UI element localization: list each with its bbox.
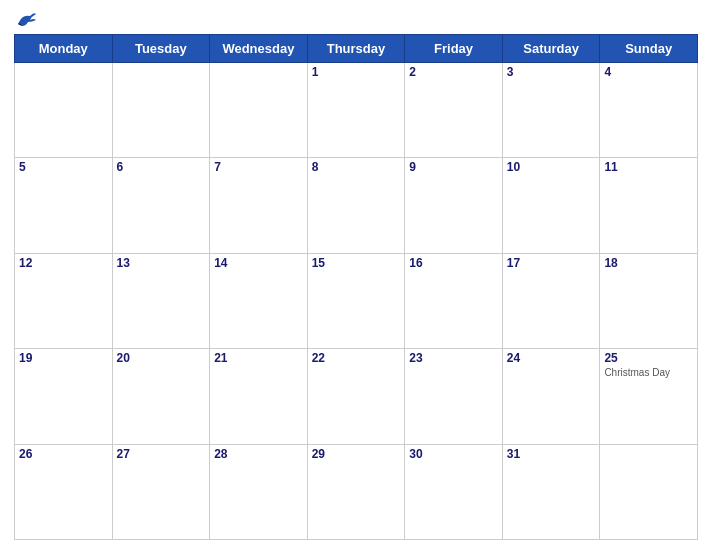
calendar-cell: 17 [502,253,600,348]
day-number: 16 [409,256,498,270]
logo [14,10,38,28]
day-number: 6 [117,160,206,174]
calendar-cell: 28 [210,444,308,539]
weekday-header-row: MondayTuesdayWednesdayThursdayFridaySatu… [15,35,698,63]
calendar-week-row: 567891011 [15,158,698,253]
calendar-cell: 16 [405,253,503,348]
calendar-cell [15,63,113,158]
day-number: 15 [312,256,401,270]
weekday-header-friday: Friday [405,35,503,63]
day-number: 20 [117,351,206,365]
day-number: 5 [19,160,108,174]
weekday-header-monday: Monday [15,35,113,63]
day-number: 1 [312,65,401,79]
calendar-week-row: 1234 [15,63,698,158]
calendar-cell: 11 [600,158,698,253]
calendar-week-row: 12131415161718 [15,253,698,348]
calendar-cell: 19 [15,349,113,444]
calendar-cell: 18 [600,253,698,348]
day-number: 29 [312,447,401,461]
calendar-cell: 23 [405,349,503,444]
calendar-cell: 8 [307,158,405,253]
calendar-cell: 4 [600,63,698,158]
calendar-cell: 27 [112,444,210,539]
calendar-cell: 12 [15,253,113,348]
calendar-cell: 10 [502,158,600,253]
calendar-cell: 14 [210,253,308,348]
day-number: 13 [117,256,206,270]
weekday-header-wednesday: Wednesday [210,35,308,63]
day-number: 27 [117,447,206,461]
calendar-cell: 21 [210,349,308,444]
day-number: 2 [409,65,498,79]
day-number: 31 [507,447,596,461]
day-number: 18 [604,256,693,270]
day-number: 3 [507,65,596,79]
calendar-cell: 26 [15,444,113,539]
calendar-cell [112,63,210,158]
day-number: 4 [604,65,693,79]
calendar-page: MondayTuesdayWednesdayThursdayFridaySatu… [0,0,712,550]
weekday-header-tuesday: Tuesday [112,35,210,63]
calendar-cell: 6 [112,158,210,253]
holiday-label: Christmas Day [604,367,693,378]
day-number: 10 [507,160,596,174]
day-number: 25 [604,351,693,365]
calendar-cell: 5 [15,158,113,253]
calendar-cell: 31 [502,444,600,539]
calendar-cell: 30 [405,444,503,539]
day-number: 9 [409,160,498,174]
calendar-cell: 25Christmas Day [600,349,698,444]
calendar-cell: 2 [405,63,503,158]
calendar-cell: 24 [502,349,600,444]
day-number: 11 [604,160,693,174]
day-number: 8 [312,160,401,174]
calendar-cell: 13 [112,253,210,348]
logo-bird-icon [16,10,38,28]
calendar-header [14,10,698,28]
weekday-header-saturday: Saturday [502,35,600,63]
calendar-week-row: 262728293031 [15,444,698,539]
day-number: 28 [214,447,303,461]
day-number: 26 [19,447,108,461]
calendar-body: 1234567891011121314151617181920212223242… [15,63,698,540]
calendar-cell: 22 [307,349,405,444]
weekday-header-thursday: Thursday [307,35,405,63]
day-number: 14 [214,256,303,270]
calendar-cell: 20 [112,349,210,444]
calendar-cell [210,63,308,158]
calendar-week-row: 19202122232425Christmas Day [15,349,698,444]
day-number: 12 [19,256,108,270]
country-label [638,10,698,14]
calendar-cell [600,444,698,539]
day-number: 19 [19,351,108,365]
calendar-cell: 15 [307,253,405,348]
day-number: 23 [409,351,498,365]
day-number: 17 [507,256,596,270]
day-number: 21 [214,351,303,365]
calendar-cell: 1 [307,63,405,158]
weekday-header-sunday: Sunday [600,35,698,63]
day-number: 7 [214,160,303,174]
calendar-cell: 7 [210,158,308,253]
calendar-table: MondayTuesdayWednesdayThursdayFridaySatu… [14,34,698,540]
day-number: 22 [312,351,401,365]
calendar-cell: 3 [502,63,600,158]
calendar-cell: 9 [405,158,503,253]
day-number: 24 [507,351,596,365]
calendar-cell: 29 [307,444,405,539]
day-number: 30 [409,447,498,461]
